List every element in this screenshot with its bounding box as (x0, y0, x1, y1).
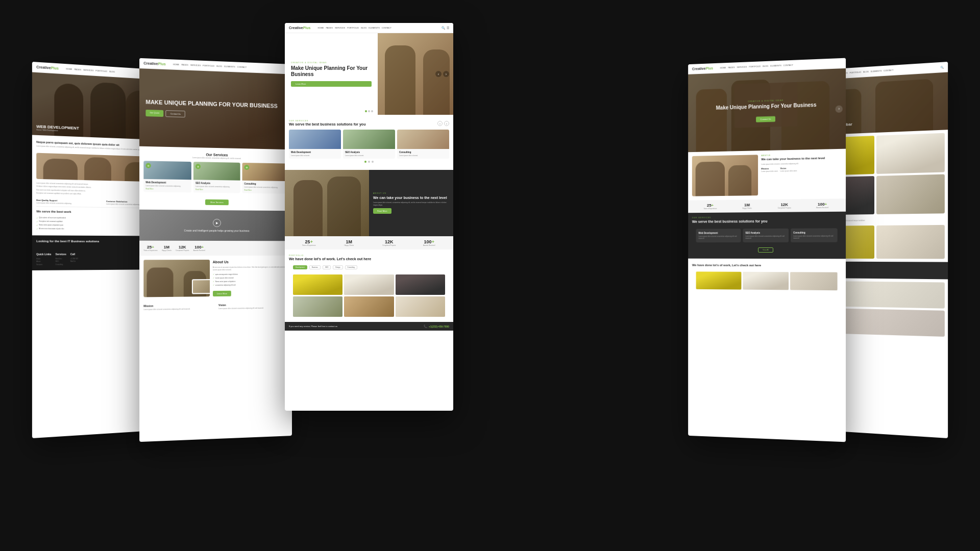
hero-left: MAKE UNIQUE PLANNING FOR YOUR BUSINESS G… (139, 68, 292, 149)
hero-btn-center[interactable]: Learn More (291, 81, 372, 87)
read-more-3[interactable]: Read More (244, 189, 286, 192)
video-title-left: Create and Intelligent people helps grow… (184, 229, 250, 233)
about-checklist-left: ✓quia consequuntur magni dolores ✓Lorem … (213, 273, 288, 287)
services-dark-label-right: OUR SERVICES (692, 216, 842, 219)
vision-right: Vision Lorem ipsum dolor amet. (780, 167, 797, 172)
more-btn-left: More Services (143, 195, 288, 206)
services-header-center: OUR SERVICES We serve the best business … (289, 120, 449, 127)
hero-content-center: CREATIVE & DIGITAL IDEAS Make Unique Pla… (285, 33, 378, 115)
hero-nav-center: ‹ › (435, 71, 449, 77)
hero-right: CREATIVE & DIGITAL IDEAS Make Unique Pla… (688, 68, 846, 152)
portfolio-center: PORTFOLIO We have done lot's of work. Le… (285, 249, 453, 322)
portfolio-right: We have done lot's of work, Let's check … (688, 259, 846, 299)
read-more-2[interactable]: Read More (195, 189, 238, 191)
stats-left: 25+ Years of Experience 1M Happy Clients… (139, 241, 292, 256)
about-btn-left[interactable]: Learn More (213, 291, 231, 296)
navbar-icons-far-right: 🔍 (941, 65, 944, 69)
about-img-right (692, 155, 758, 196)
service-img-c1 (289, 130, 341, 149)
view-all-right[interactable]: View All (758, 247, 773, 253)
services-grid-center: Web Development Lorem ipsum dolor sit am… (289, 130, 449, 159)
services-title-center: We serve the best business solutions for… (289, 122, 365, 127)
mockup-left: CreativePlus HOME PAGES SERVICES PORTFOL… (139, 58, 292, 442)
filter-seo[interactable]: SEO (323, 265, 331, 269)
services-dots-center (289, 159, 449, 165)
service-img-c3 (397, 130, 449, 149)
service-body-3: Consulting Lorem ipsum dolor sit amet co… (242, 181, 288, 194)
hero-title-left: MAKE UNIQUE PLANNING FOR YOUR BUSINESS (145, 98, 286, 110)
footer-col3: Call +1 234 567 Mail Us (70, 253, 78, 266)
service-img-1: ⊕ (143, 161, 191, 180)
service-title-3: Consulting (244, 183, 286, 186)
logo-right: CreativePlus (692, 66, 713, 71)
hero-center: CREATIVE & DIGITAL IDEAS Make Unique Pla… (285, 33, 453, 115)
logo-far-left: CreativePlus (36, 65, 59, 70)
next-arrow-center[interactable]: › (443, 71, 449, 77)
quality-item: Best Quality Support Lorem ipsum dolor s… (36, 198, 103, 205)
nav-right: HOME PAGES SERVICES PORTFOLIO BLOG ELEME… (720, 64, 793, 69)
video-left: ▶ Create and Intelligent people helps gr… (139, 210, 292, 241)
service-dark-r3: Consulting Lorem ipsum dolor sit amet co… (791, 228, 838, 242)
stat-c2: 1M Happy Clients (329, 239, 370, 246)
about-content-left: About Us At vero eos et accusam et justo… (213, 260, 288, 296)
about-desc-left: At vero eos et accusam et justo duo dolo… (213, 266, 288, 271)
filter-business[interactable]: Business (309, 265, 321, 269)
stats-center: 25+ Years of Experience 1M Happy Clients… (285, 236, 453, 249)
services-next-center[interactable]: › (444, 121, 449, 126)
logo-left: CreativePlus (143, 61, 165, 66)
footer-col1: Quick Links Home About Services (36, 253, 51, 266)
filter-tabs-center: Development Business SEO Design Consulti… (289, 263, 449, 271)
phone-cta-center: If you need any service, Please feel fre… (285, 322, 453, 331)
stat-c1: 25+ Years of Experience (289, 239, 329, 246)
service-img-2: ⊕ (193, 162, 240, 181)
portfolio-item-3 (396, 274, 445, 295)
filter-design[interactable]: Design (333, 265, 342, 269)
product-6-far-right (876, 224, 945, 259)
service-title-1: Web Development (145, 181, 189, 184)
play-btn-left[interactable]: ▶ (213, 219, 221, 227)
portfolio-title-center: We have done lot's of work. Let's check … (289, 257, 449, 261)
portfolio-r2 (743, 272, 789, 290)
sdtitle-r2: SEO Analysis (745, 232, 786, 234)
about-title-center: We can take your business to the next le… (373, 195, 449, 200)
service-body-2: SEO Analysis Lorem ipsum dolor sit amet … (193, 180, 240, 193)
read-more-1[interactable]: Read More (145, 188, 189, 190)
hero-btn-right[interactable]: Connect Us (756, 116, 776, 122)
portfolio-item-5 (344, 296, 394, 317)
service-card-3: ⊕ Consulting Lorem ipsum dolor sit amet … (242, 163, 288, 194)
services-header-left: Our Services Lorem ipsum dolor sit amet,… (143, 152, 288, 161)
about-btn-center[interactable]: Read More (373, 208, 391, 214)
filter-consulting[interactable]: Consulting (345, 265, 357, 269)
cta-text-center: If you need any service, Please feel fre… (289, 325, 337, 328)
about-img-center (285, 170, 369, 236)
prev-arrow-center[interactable]: ‹ (435, 71, 442, 77)
hero-content-right: CREATIVE & DIGITAL IDEAS Make Unique Pla… (703, 98, 829, 124)
portfolio-grid-center (289, 271, 449, 320)
service-title-c2: SEO Analysis (345, 151, 393, 154)
hero-dots-center (365, 110, 373, 112)
services-left: Our Services Lorem ipsum dolor sit amet,… (139, 146, 292, 211)
about-content-center: ABOUT US We can take your business to th… (369, 170, 453, 236)
portfolio-r3 (790, 272, 837, 291)
service-img-3: ⊕ (242, 163, 288, 181)
service-title-c3: Consulting (399, 151, 447, 154)
about-content-right: ABOUT US We can take your business to th… (761, 153, 841, 195)
hero-btn2-left[interactable]: Contact Us (166, 110, 185, 117)
service-c1: Web Development Lorem ipsum dolor sit am… (289, 130, 341, 159)
filter-development[interactable]: Development (293, 265, 307, 269)
stat-r4: 100+ Awards Received (803, 202, 842, 209)
product-4-far-right (876, 174, 945, 214)
services-prev-center[interactable]: ‹ (437, 121, 443, 126)
service-dark-r1: Web Development Lorem ipsum dolor sit am… (696, 229, 741, 242)
portfolio-item-4 (293, 296, 342, 317)
services-dark-title-right: We serve the best business solutions for… (692, 219, 842, 223)
service-title-c1: Web Development (291, 151, 339, 154)
hero-btn1-left[interactable]: Get Quote (145, 110, 163, 117)
about-title-right: We can take your business to the next le… (761, 156, 841, 162)
stat-3-left: 12K Completed Projects (176, 245, 189, 252)
sdtitle-r1: Web Development (698, 232, 738, 234)
hero-label-center: CREATIVE & DIGITAL IDEAS (291, 62, 372, 64)
stat-c4: 100+ Awards Received (409, 239, 450, 246)
service-body-1: Web Development Lorem ipsum dolor sit am… (143, 179, 191, 193)
services-dark-header-right: OUR SERVICES We serve the best business … (692, 216, 842, 223)
